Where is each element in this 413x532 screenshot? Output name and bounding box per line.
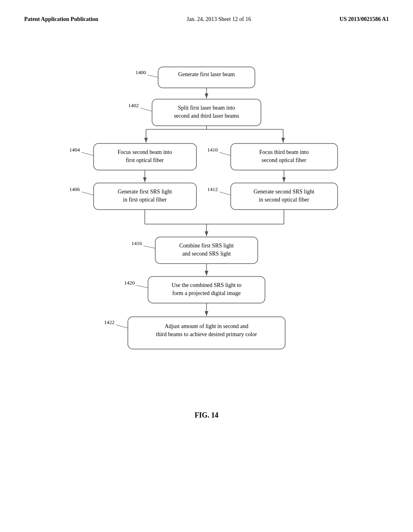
node-1406-line2: in first optical fiber	[123, 197, 167, 203]
svg-rect-24	[155, 237, 258, 264]
svg-line-31	[116, 325, 128, 328]
node-1412-line2: in second optical fiber	[259, 197, 309, 203]
node-1416-line1: Combine first SRS light	[179, 243, 234, 249]
label-1420: 1420	[124, 280, 135, 286]
label-1404: 1404	[69, 147, 80, 153]
svg-rect-4	[152, 99, 261, 126]
header-center: Jan. 24, 2013 Sheet 12 of 16	[187, 16, 251, 23]
node-1402-line2: second and third laser beams	[174, 113, 239, 119]
node-1406-line1: Generate first SRS light	[118, 189, 172, 195]
svg-rect-10	[94, 143, 196, 170]
node-1412-line1: Generate second SRS light	[254, 189, 315, 195]
node-1410-line2: second optical fiber	[262, 157, 307, 163]
label-1422: 1422	[104, 319, 115, 325]
header-right: US 2013/0021586 A1	[340, 16, 389, 23]
node-1422-line1: Adjust amount of light in second and	[165, 323, 248, 329]
node-1404-line1: Focus second beam into	[118, 149, 172, 155]
svg-line-19	[219, 192, 231, 195]
node-1420-line2: form a projected digital image	[172, 290, 241, 296]
node-1400-text: Generate first laser beam	[178, 71, 235, 77]
label-1416: 1416	[131, 240, 142, 246]
svg-rect-18	[231, 183, 338, 210]
svg-line-17	[81, 192, 94, 195]
svg-line-2	[148, 75, 158, 77]
node-1422-line2: third beams to achieve desired primary c…	[156, 331, 257, 337]
node-1404-line2: first optical fiber	[126, 157, 164, 163]
diagram-container: Generate first laser beam 1400 Split fir…	[49, 55, 364, 387]
label-1412: 1412	[207, 186, 218, 192]
page-header: Patent Application Publication Jan. 24, …	[24, 16, 389, 23]
svg-line-13	[219, 152, 231, 156]
header-left: Patent Application Publication	[24, 16, 98, 23]
label-1402: 1402	[128, 102, 139, 108]
svg-line-28	[136, 285, 148, 288]
figure-caption: FIG. 14	[194, 411, 218, 420]
label-1406: 1406	[69, 186, 80, 192]
svg-rect-27	[148, 276, 265, 303]
page: Patent Application Publication Jan. 24, …	[0, 0, 413, 532]
label-1400: 1400	[136, 69, 146, 75]
svg-rect-12	[231, 143, 338, 170]
diagram-area: Generate first laser beam 1400 Split fir…	[24, 47, 389, 420]
svg-rect-1	[158, 67, 255, 88]
flowchart-svg: Generate first laser beam 1400 Split fir…	[49, 55, 364, 385]
node-1402-line1: Split first laser beam into	[178, 105, 235, 111]
svg-line-11	[81, 152, 94, 156]
svg-line-25	[144, 246, 155, 248]
svg-line-5	[140, 108, 152, 111]
node-1416-line2: and second SRS light	[182, 251, 231, 257]
node-1410-line1: Focus third beam into	[259, 149, 309, 155]
node-1420-line1: Use the combined SRS light to	[171, 282, 241, 288]
svg-rect-16	[94, 183, 196, 210]
label-1410: 1410	[207, 147, 218, 153]
